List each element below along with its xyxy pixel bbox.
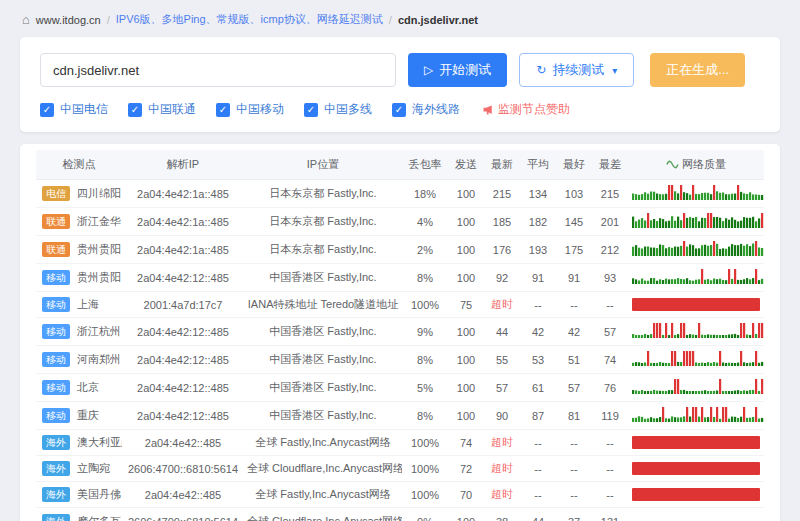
filter-label: 中国联通 bbox=[148, 101, 196, 118]
cell-best: 57 bbox=[556, 374, 592, 402]
cell-avg: 61 bbox=[520, 374, 556, 402]
filter-checkbox[interactable]: ✓中国联通 bbox=[128, 101, 196, 118]
cell-node: 移动重庆 bbox=[36, 402, 122, 430]
breadcrumb-category-link[interactable]: IPV6版、多地Ping、常规版、icmp协议、网络延迟测试 bbox=[116, 12, 383, 27]
cell-worst: -- bbox=[592, 430, 628, 456]
isp-badge: 联通 bbox=[42, 242, 70, 257]
filter-checkbox[interactable]: ✓中国多线 bbox=[304, 101, 372, 118]
isp-badge: 海外 bbox=[42, 487, 70, 502]
cell-node: 移动贵州贵阳 bbox=[36, 264, 122, 292]
cell-sent: 74 bbox=[448, 430, 484, 456]
cell-loss: 4% bbox=[402, 208, 448, 236]
cell-avg: -- bbox=[520, 456, 556, 482]
cell-best: -- bbox=[556, 456, 592, 482]
node-name: 摩尔多瓦 bbox=[77, 515, 121, 521]
result-row: 移动河南郑州2a04:4e42:12::485中国香港区 Fastly,Inc.… bbox=[36, 346, 764, 374]
wave-icon bbox=[666, 160, 679, 169]
cell-network-quality bbox=[628, 456, 764, 482]
isp-badge: 移动 bbox=[42, 380, 70, 395]
filter-checkbox[interactable]: ✓中国电信 bbox=[40, 101, 108, 118]
cell-avg: -- bbox=[520, 482, 556, 508]
cell-avg: -- bbox=[520, 292, 556, 318]
cell-ip-location: 中国香港区 Fastly,Inc. bbox=[244, 402, 402, 430]
cell-network-quality bbox=[628, 374, 764, 402]
cell-latest: 176 bbox=[484, 236, 520, 264]
cell-ip: 2a04:4e42::485 bbox=[122, 430, 244, 456]
table-body: 电信四川绵阳2a04:4e42:1a::485日本东京都 Fastly,Inc.… bbox=[36, 180, 764, 521]
quality-chart-timeout bbox=[632, 436, 760, 449]
cell-network-quality bbox=[628, 264, 764, 292]
cell-sent: 100 bbox=[448, 318, 484, 346]
column-header: 最新 bbox=[484, 150, 520, 180]
controls-row: ▷ 开始测试 ↻ 持续测试 ▾ 正在生成... bbox=[40, 53, 760, 87]
filter-label: 海外线路 bbox=[412, 101, 460, 118]
cell-network-quality bbox=[628, 180, 764, 208]
cell-latest: 超时 bbox=[484, 430, 520, 456]
node-name: 贵州贵阳 bbox=[77, 271, 121, 283]
cell-latest: 92 bbox=[484, 264, 520, 292]
cell-node: 电信四川绵阳 bbox=[36, 180, 122, 208]
test-controls-card: ▷ 开始测试 ↻ 持续测试 ▾ 正在生成... ✓中国电信✓中国联通✓中国移动✓… bbox=[20, 37, 780, 132]
cell-worst: 131 bbox=[592, 508, 628, 521]
node-name: 立陶宛 bbox=[77, 462, 110, 474]
cell-ip-location: 全球 Cloudflare,Inc.Anycast网络 bbox=[244, 508, 402, 521]
quality-chart-timeout bbox=[632, 298, 760, 311]
cell-ip-location: 全球 Fastly,Inc.Anycast网络 bbox=[244, 482, 402, 508]
start-test-button[interactable]: ▷ 开始测试 bbox=[408, 53, 507, 87]
cell-sent: 72 bbox=[448, 456, 484, 482]
cell-sent: 100 bbox=[448, 180, 484, 208]
filter-checkbox[interactable]: ✓海外线路 bbox=[392, 101, 460, 118]
quality-chart bbox=[632, 185, 764, 200]
breadcrumb-target: cdn.jsdelivr.net bbox=[398, 14, 478, 26]
node-name: 贵州贵阳 bbox=[77, 243, 121, 255]
cell-node: 联通贵州贵阳 bbox=[36, 236, 122, 264]
checkbox-checked-icon[interactable]: ✓ bbox=[392, 103, 406, 117]
cell-avg: 42 bbox=[520, 318, 556, 346]
filter-row: ✓中国电信✓中国联通✓中国移动✓中国多线✓海外线路 监测节点赞助 bbox=[40, 101, 760, 118]
quality-chart-timeout bbox=[632, 488, 760, 501]
node-name: 河南郑州 bbox=[77, 353, 121, 365]
checkbox-checked-icon[interactable]: ✓ bbox=[304, 103, 318, 117]
target-input[interactable] bbox=[40, 53, 396, 87]
cell-latest: 超时 bbox=[484, 292, 520, 318]
checkbox-checked-icon[interactable]: ✓ bbox=[128, 103, 142, 117]
cell-ip: 2a04:4e42:12::485 bbox=[122, 346, 244, 374]
column-header: 丢包率 bbox=[402, 150, 448, 180]
cell-node: 移动北京 bbox=[36, 374, 122, 402]
cell-network-quality bbox=[628, 402, 764, 430]
breadcrumb-site-link[interactable]: www.itdog.cn bbox=[36, 14, 101, 26]
cell-loss: 8% bbox=[402, 264, 448, 292]
cell-sent: 100 bbox=[448, 264, 484, 292]
cell-worst: 74 bbox=[592, 346, 628, 374]
filter-checkbox[interactable]: ✓中国移动 bbox=[216, 101, 284, 118]
cell-ip-location: 日本东京都 Fastly,Inc. bbox=[244, 180, 402, 208]
cell-avg: 134 bbox=[520, 180, 556, 208]
isp-badge: 移动 bbox=[42, 324, 70, 339]
node-name: 浙江杭州 bbox=[77, 325, 121, 337]
cell-ip: 2a04:4e42::485 bbox=[122, 482, 244, 508]
cell-worst: 119 bbox=[592, 402, 628, 430]
quality-chart bbox=[632, 513, 764, 521]
checkbox-checked-icon[interactable]: ✓ bbox=[216, 103, 230, 117]
cell-loss: 5% bbox=[402, 374, 448, 402]
checkbox-checked-icon[interactable]: ✓ bbox=[40, 103, 54, 117]
cell-avg: 87 bbox=[520, 402, 556, 430]
cell-latest: 超时 bbox=[484, 482, 520, 508]
generating-button[interactable]: 正在生成... bbox=[650, 53, 745, 87]
cell-sent: 70 bbox=[448, 482, 484, 508]
cell-worst: -- bbox=[592, 456, 628, 482]
column-header: 网络质量 bbox=[628, 150, 764, 180]
cell-sent: 100 bbox=[448, 208, 484, 236]
cell-node: 移动河南郑州 bbox=[36, 346, 122, 374]
cell-node: 联通浙江金华 bbox=[36, 208, 122, 236]
node-name: 上海 bbox=[77, 298, 99, 310]
result-row: 移动浙江杭州2a04:4e42:12::485中国香港区 Fastly,Inc.… bbox=[36, 318, 764, 346]
cell-latest: 185 bbox=[484, 208, 520, 236]
isp-badge: 电信 bbox=[42, 186, 70, 201]
breadcrumb: ⌂ www.itdog.cn / IPV6版、多地Ping、常规版、icmp协议… bbox=[22, 12, 780, 27]
sponsor-link[interactable]: 监测节点赞助 bbox=[482, 101, 570, 118]
cell-worst: 76 bbox=[592, 374, 628, 402]
result-row: 海外摩尔多瓦2606:4700::6810:5614全球 Cloudflare,… bbox=[36, 508, 764, 521]
continuous-test-button[interactable]: ↻ 持续测试 ▾ bbox=[519, 53, 634, 87]
table-header-row: 检测点解析IPIP位置丢包率发送最新平均最好最差网络质量 bbox=[36, 150, 764, 180]
